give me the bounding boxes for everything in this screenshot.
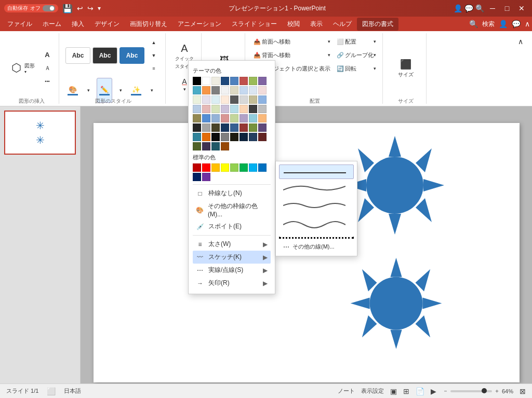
theme-color-cell[interactable] [249, 114, 257, 122]
search-icon[interactable]: 🔍 [475, 4, 484, 12]
theme-color-cell[interactable] [258, 105, 267, 113]
slideshow-btn[interactable]: ▶ [431, 387, 436, 395]
arrow-item[interactable]: → 矢印(R) ▶ [193, 277, 271, 290]
theme-color-cell[interactable] [258, 123, 267, 132]
standard-color-cell[interactable] [240, 163, 248, 172]
theme-color-cell[interactable] [258, 133, 267, 141]
slide-thumb-1[interactable]: 1 ✳ ✳ [4, 111, 76, 155]
menu-insert[interactable]: 挿入 [66, 18, 89, 31]
theme-color-cell[interactable] [193, 95, 201, 104]
account-icon[interactable]: 👤 [499, 20, 508, 28]
theme-color-cell[interactable] [211, 142, 220, 150]
reading-view-btn[interactable]: 📄 [416, 387, 424, 395]
shape-effect-btn[interactable]: ✨ [129, 82, 143, 99]
menu-file[interactable]: ファイル [2, 18, 37, 31]
normal-view-btn[interactable]: ▣ [390, 387, 397, 395]
theme-color-cell[interactable] [221, 105, 229, 113]
fit-slide-btn[interactable]: ⊠ [520, 387, 526, 395]
undo-icon[interactable]: ↩ [77, 4, 83, 12]
standard-color-cell[interactable] [193, 173, 201, 181]
menu-help[interactable]: ヘルプ [328, 18, 357, 31]
menu-transitions[interactable]: 画面切り替え [125, 18, 172, 31]
sketch-straight[interactable] [279, 164, 354, 179]
theme-color-cell[interactable] [240, 105, 248, 113]
style-btn-3[interactable]: Abc [119, 47, 144, 64]
sketch-wave2[interactable] [279, 215, 354, 235]
minimize-button[interactable]: ─ [486, 3, 499, 13]
share-icon[interactable]: 👤 [454, 4, 462, 12]
comments-icon[interactable]: 💬 [464, 4, 473, 12]
theme-color-cell[interactable] [193, 105, 201, 113]
view-settings-btn[interactable]: 表示設定 [361, 387, 384, 395]
theme-color-cell[interactable] [249, 105, 257, 113]
theme-color-cell[interactable] [202, 77, 210, 85]
outline-dropdown-arrow[interactable]: ▾ [113, 84, 128, 97]
theme-color-cell[interactable] [211, 95, 220, 104]
menu-home[interactable]: ホーム [37, 18, 66, 31]
theme-color-cell[interactable] [211, 105, 220, 113]
ribbon-collapse-icon[interactable]: ∧ [525, 20, 530, 28]
send-backward-btn[interactable]: 📥 背面へ移動 ▾ [251, 49, 332, 61]
fill-dropdown-arrow[interactable]: ▾ [81, 84, 96, 97]
redo-icon[interactable]: ↪ [87, 4, 94, 12]
theme-color-cell[interactable] [249, 77, 257, 85]
styles-more[interactable]: ≡ [147, 62, 161, 75]
autosave-toggle[interactable]: 自動保存 オフ [4, 4, 58, 12]
theme-color-cell[interactable] [258, 95, 267, 104]
theme-color-cell[interactable] [202, 86, 210, 94]
theme-color-cell[interactable] [249, 133, 257, 141]
theme-color-cell[interactable] [240, 123, 248, 132]
theme-color-cell[interactable] [221, 77, 229, 85]
autosave-switch[interactable] [43, 5, 55, 11]
theme-color-cell[interactable] [240, 95, 248, 104]
theme-color-cell[interactable] [221, 133, 229, 141]
style-btn-2[interactable]: Abc [92, 47, 117, 64]
close-button[interactable]: ✕ [515, 3, 528, 13]
weight-item[interactable]: ≡ 太さ(W) ▶ [193, 238, 271, 251]
standard-color-cell[interactable] [202, 173, 210, 181]
zoom-slider[interactable] [450, 390, 492, 392]
comment-icon[interactable]: 💬 [512, 20, 521, 28]
theme-color-cell[interactable] [230, 114, 238, 122]
theme-color-cell[interactable] [211, 86, 220, 94]
shape-fill-btn[interactable]: 🎨 [65, 82, 80, 99]
zoom-out-btn[interactable]: － [443, 387, 448, 395]
theme-color-cell[interactable] [211, 123, 220, 132]
theme-color-cell[interactable] [221, 114, 229, 122]
standard-color-cell[interactable] [202, 163, 210, 172]
eyedropper-item[interactable]: 💉 スポイト(E) [193, 220, 271, 233]
slide-panel-toggle[interactable]: ⬜ [47, 387, 56, 395]
menu-slideshow[interactable]: スライド ショー [227, 18, 282, 31]
group-btn[interactable]: 🔗 グループ化 ▾ [335, 49, 378, 61]
theme-color-cell[interactable] [230, 123, 238, 132]
restore-button[interactable]: □ [501, 3, 513, 13]
theme-color-cell[interactable] [193, 123, 201, 132]
sketch-wave1[interactable] [279, 197, 354, 215]
sketch-curve1[interactable] [279, 179, 354, 197]
theme-color-cell[interactable] [240, 77, 248, 85]
zoom-in-btn[interactable]: ＋ [494, 387, 500, 395]
menu-design[interactable]: デザイン [89, 18, 125, 31]
bring-forward-btn[interactable]: 📤 前面へ移動 ▾ [251, 35, 332, 48]
menu-animations[interactable]: アニメーション [172, 18, 227, 31]
sketch-item[interactable]: 〰 スケッチ(K) ▶ [193, 251, 271, 264]
theme-color-cell[interactable] [258, 114, 267, 122]
sun-shape-1[interactable] [343, 133, 447, 237]
menu-view[interactable]: 表示 [305, 18, 328, 31]
size-btn[interactable]: ⬛ サイズ [395, 53, 417, 84]
standard-color-cell[interactable] [211, 163, 220, 172]
theme-color-cell[interactable] [202, 133, 210, 141]
collapse-ribbon-btn[interactable]: ∧ [513, 35, 528, 48]
theme-color-cell[interactable] [230, 105, 238, 113]
standard-color-cell[interactable] [221, 163, 229, 172]
theme-color-cell[interactable] [202, 105, 210, 113]
theme-color-cell[interactable] [202, 114, 210, 122]
slide-sorter-btn[interactable]: ⊞ [403, 387, 409, 395]
theme-color-cell[interactable] [240, 133, 248, 141]
no-border-item[interactable]: □ 枠線なし(N) [193, 187, 271, 200]
theme-color-cell[interactable] [193, 77, 201, 85]
more-btn[interactable]: ••• [40, 75, 55, 88]
solid-dash-item[interactable]: ⋯ 実線/点線(S) ▶ [193, 264, 271, 277]
other-color-item[interactable]: 🎨 その他の枠線の色(M)... [193, 200, 271, 220]
menu-review[interactable]: 校閲 [282, 18, 305, 31]
